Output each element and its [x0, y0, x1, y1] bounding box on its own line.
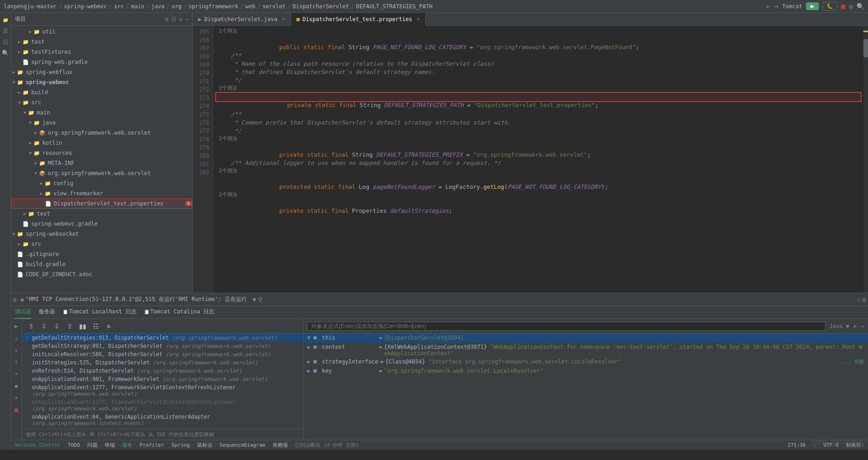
tree-item-package-servlet[interactable]: ▶ 📦 org.springframework.web.servlet [11, 128, 192, 138]
stack-item-0[interactable]: ✓ getDefaultStrategies:913, DispatcherSe… [22, 334, 303, 342]
run-button[interactable]: ▶ [806, 2, 819, 10]
tree-item-resources[interactable]: ▼ 📁 resources [11, 148, 192, 158]
tree-item-spring-webmvc[interactable]: ▼ 📁 spring-webmvc [11, 77, 192, 87]
scroll-indicator[interactable] [863, 26, 868, 293]
tree-item-main[interactable]: ▼ 📁 main [11, 108, 192, 118]
status-line-sep[interactable]: 制表符: [846, 442, 864, 449]
tree-item-package-servlet2[interactable]: ▼ 📦 org.springframework.web.servlet [11, 168, 192, 178]
stack-item-8[interactable]: ✓ onApplicationEvent:64, GenericApplicat… [22, 413, 303, 427]
breadcrumb-item[interactable]: DispatcherServlet [292, 3, 349, 10]
debug-pause-btn[interactable]: ▮▮ [77, 321, 88, 332]
var-item-this[interactable]: ▼ ■ this = {DispatcherServlet@3894} [303, 334, 868, 343]
evaluate-icon[interactable]: ◾ [11, 380, 22, 391]
breadcrumb-item[interactable]: DEFAULT_STRATEGIES_PATH [356, 3, 433, 10]
tree-item-kotlin[interactable]: ▶ 📁 kotlin [11, 138, 192, 148]
tree-item-src2[interactable]: ▶ 📁 src [11, 239, 192, 249]
java-lang-selector[interactable]: Java ▼ [829, 323, 849, 329]
tree-item-testfixtures[interactable]: ▶ 📁 testFixtures [11, 47, 192, 57]
step-into-icon[interactable]: ↓ [11, 345, 22, 355]
status-todo[interactable]: TODO [68, 442, 80, 448]
sidebar-collapse-icon[interactable]: − [185, 16, 188, 23]
status-dependencies[interactable]: 依赖项 [273, 442, 288, 449]
status-profiler[interactable]: Profiler [140, 442, 164, 448]
tab-tomcat-localhost[interactable]: 📋Tomcat Localhost 日志 [63, 306, 137, 319]
status-issues[interactable]: 问题 [87, 442, 97, 449]
navigate-link[interactable]: ... 导航 [842, 358, 865, 365]
var-item-key[interactable]: ▶ ■ key = "org.springframework.web.servl… [303, 367, 868, 376]
status-version-control[interactable]: Version Control [15, 442, 60, 448]
stack-item-2[interactable]: ✓ initLocaleResolver:586, DispatcherServ… [22, 350, 303, 358]
tree-item-code-of-conduct[interactable]: ▶ 📄 CODE_OF_CONDUCT.adoc [11, 269, 192, 279]
breadcrumb-item[interactable]: src [114, 3, 124, 10]
tree-item-spring-web-gradle[interactable]: ▶ 📄 spring-web.gradle [11, 57, 192, 67]
debug-up-btn[interactable]: ⇧ [26, 321, 37, 332]
debug-list-btn[interactable]: ☷ [90, 321, 101, 332]
stack-item-7[interactable]: ✓ onApplicationEvent:1273, FrameworkServ… [22, 398, 303, 413]
status-encoding[interactable]: UTF-8 [823, 442, 839, 448]
tab-debugger[interactable]: 调试器 [15, 306, 31, 319]
tree-item-src[interactable]: ▼ 📁 src [11, 97, 192, 108]
debug-up2-btn[interactable]: ⇧ [64, 321, 75, 332]
sidebar-settings-icon[interactable]: ⚙ [165, 16, 168, 23]
settings-icon2[interactable]: ⚙ [862, 296, 866, 303]
stop-button[interactable]: ■ [841, 2, 845, 11]
status-bookmarks[interactable]: 鼠标点 [197, 442, 212, 449]
settings-icon[interactable]: ⚙ [849, 3, 853, 10]
tab-close-icon[interactable]: × [282, 16, 285, 22]
tab-dispatcher-properties[interactable]: ■ DispatcherServlet_test.properties × [291, 13, 426, 26]
filter-icon2[interactable]: ⚲ [258, 296, 263, 303]
tab-server[interactable]: 服务器 [39, 306, 55, 319]
add-watch-icon[interactable]: + [11, 392, 22, 403]
tab-dispatcher-java[interactable]: ▶ DispatcherServlet.java × [193, 13, 291, 26]
breadcrumb-item[interactable]: web [246, 3, 256, 10]
debug-down-btn[interactable]: ⇩ [39, 321, 50, 332]
tree-item-view-freemarker[interactable]: ▶ 📁 view.freemarker [11, 188, 192, 199]
breadcrumb-item[interactable]: org [171, 3, 182, 10]
project-icon[interactable]: 📁 [0, 15, 11, 25]
status-services[interactable]: 服务 [122, 442, 132, 449]
tree-item-config[interactable]: ▶ 📁 config [11, 178, 192, 188]
bookmark-icon[interactable]: ☰ [0, 26, 11, 36]
tree-item-build-gradle[interactable]: ▶ 📄 build.gradle [11, 259, 192, 269]
watch-expression-input[interactable] [307, 322, 826, 331]
breadcrumb-item[interactable]: servlet [263, 3, 286, 10]
restore-icon[interactable]: ⇧ [857, 296, 860, 303]
expand-icon[interactable]: ▶ [307, 368, 314, 374]
tree-item-spring-websocket[interactable]: ▼ 📁 spring-websocket [11, 229, 192, 239]
stop-debug-icon[interactable]: ■ [11, 404, 22, 415]
breadcrumb-item[interactable]: java [151, 3, 165, 10]
tree-item-spring-webflux[interactable]: ▶ 📁 spring-webflux [11, 67, 192, 77]
stack-item-1[interactable]: ✓ getDefaultStrategy:891, DispatcherServ… [22, 342, 303, 350]
status-sequence[interactable]: SequenceDiagram [220, 442, 265, 448]
tree-item-meta-inf[interactable]: ▶ 📁 META-INF [11, 158, 192, 168]
tab-tomcat-catalina[interactable]: 📋Tomcat Catalina 日志 [144, 306, 215, 319]
var-item-strategy-interface[interactable]: ▶ ■ strategyInterface = {Class@4854} "in… [303, 358, 868, 367]
tree-item-test[interactable]: ▶ 📁 test [11, 37, 192, 47]
expand-icon[interactable]: ▼ [307, 335, 314, 341]
search-icon[interactable]: 🔍 [857, 3, 864, 10]
breadcrumb-item[interactable]: springframework [188, 3, 238, 10]
step-out-icon[interactable]: ↑ [11, 357, 22, 367]
nav-forward-icon[interactable]: → [774, 2, 779, 11]
stack-item-3[interactable]: ✓ initStrategies:525, DispatcherServlet … [22, 358, 303, 367]
step-over-icon[interactable]: ⇣ [11, 333, 22, 343]
breadcrumb-item[interactable]: main [131, 3, 144, 10]
expand-icon[interactable]: ▶ [307, 358, 314, 365]
tree-item-util[interactable]: ▶ 📁 util [11, 27, 192, 37]
structure-icon[interactable]: ☷ [0, 37, 11, 47]
tree-item-build[interactable]: ▶ 📁 build [11, 87, 192, 97]
run-to-cursor-icon[interactable]: ↷ [11, 369, 22, 379]
debug-button[interactable]: 🐛 [822, 2, 837, 11]
stack-item-6[interactable]: ✓ onApplicationEvent:1277, FrameworkServ… [22, 383, 303, 398]
find-icon[interactable]: 🔍 [0, 48, 11, 58]
tab-close-icon[interactable]: × [417, 16, 420, 22]
tree-item-spring-webmvc-gradle[interactable]: ▶ 📄 spring-webmvc.gradle [11, 219, 192, 229]
tree-item-gitignore[interactable]: ▶ 📄 .gitignore [11, 249, 192, 259]
tree-item-java[interactable]: ▼ 📁 java [11, 118, 192, 128]
sidebar-sort-icon[interactable]: ⇵ [179, 16, 183, 23]
add-watch-icon[interactable]: + [853, 323, 857, 330]
tree-item-dispatcher-properties[interactable]: ▶ 📄 DispatcherServlet_test.properties 0 [11, 199, 192, 209]
resume-icon[interactable]: ▶ [11, 321, 22, 331]
status-spring[interactable]: Spring [171, 442, 190, 448]
breadcrumb-item[interactable]: spring-webmvc [64, 3, 107, 10]
